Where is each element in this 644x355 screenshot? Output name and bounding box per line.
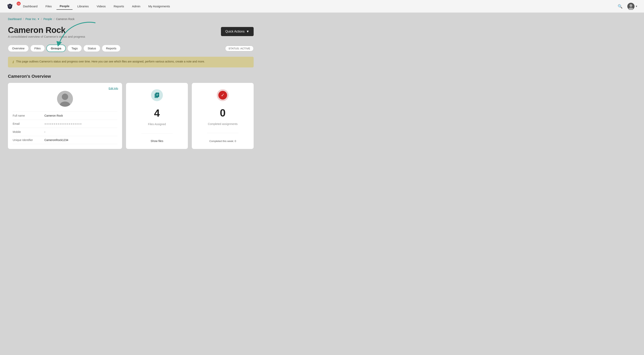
app-logo[interactable] [6, 3, 14, 10]
fullname-value: Cameron Rock [44, 114, 63, 117]
avatar-icon [57, 91, 73, 107]
breadcrumb-sep-3: / [54, 18, 54, 21]
breadcrumb-sep-2: / [41, 18, 42, 21]
breadcrumb-org[interactable]: Pear Inc. ▼ [25, 18, 40, 21]
email-label: Email [13, 122, 44, 125]
stat-divider [141, 133, 172, 134]
nav-right: 🔍 ▼ [616, 3, 638, 10]
tab-files[interactable]: Files [30, 45, 45, 52]
tab-groups[interactable]: Groups [46, 45, 66, 52]
profile-row-email: Email ●●●●●●●●●●●●●●●●●●●● [13, 120, 117, 128]
completed-icon-wrapper: ✓ [217, 89, 229, 101]
email-value: ●●●●●●●●●●●●●●●●●●●● [44, 122, 82, 125]
breadcrumb-org-name: Pear Inc. [25, 18, 36, 21]
nav-videos[interactable]: Videos [94, 3, 109, 10]
copy-icon [154, 92, 160, 98]
avatar-icon [627, 3, 634, 10]
files-assigned-icon [151, 89, 163, 101]
svg-point-11 [62, 94, 68, 100]
profile-row-mobile: Mobile - [13, 128, 117, 136]
logo-wrapper: 11 [6, 3, 20, 10]
tab-tags[interactable]: Tags [67, 45, 82, 52]
files-assigned-card: 4 Files Assigned Show files [126, 83, 188, 149]
unique-id-label: Unique Identifier [13, 138, 44, 142]
fullname-label: Full name [13, 114, 44, 117]
svg-point-1 [8, 4, 12, 8]
page-subtitle: A consolidated overview of Cameron's sta… [8, 35, 85, 38]
overview-section-title: Cameron's Overview [8, 74, 254, 79]
profile-row-unique-id: Unique Identifier CameronRock1234 [13, 136, 117, 144]
overview-cards: Edit Info Full name Cameron Rock Email ●… [8, 83, 254, 149]
svg-point-5 [11, 6, 11, 6]
search-button[interactable]: 🔍 [616, 3, 624, 10]
show-files-link[interactable]: Show files [150, 139, 163, 143]
avatar [627, 3, 634, 10]
nav-people[interactable]: People [56, 3, 72, 10]
page-title: Cameron Rock [8, 25, 85, 35]
breadcrumb-sep-1: / [23, 18, 24, 21]
svg-point-4 [9, 6, 10, 6]
quick-actions-label: Quick Actions [225, 30, 244, 33]
page-title-group: Cameron Rock A consolidated overview of … [8, 25, 85, 43]
chevron-down-icon: ▼ [37, 18, 40, 20]
completed-assignments-card: ✓ 0 Completed assignments Completed this… [192, 83, 254, 149]
nav-admin[interactable]: Admin [129, 3, 144, 10]
notification-badge: 11 [17, 2, 20, 6]
page-header: Cameron Rock A consolidated overview of … [8, 25, 254, 43]
completed-count: 0 [220, 108, 226, 118]
completed-this-week: Completed this week: 0 [209, 140, 236, 143]
stat-divider-2 [207, 133, 238, 133]
tab-reports[interactable]: Reports [102, 45, 121, 52]
info-banner: i This page outlines Cameron's status an… [8, 57, 254, 68]
user-menu-button[interactable]: ▼ [627, 3, 638, 10]
status-badge: STATUS: ACTIVE [225, 46, 254, 51]
files-assigned-count: 4 [154, 108, 160, 118]
nav-files[interactable]: Files [42, 3, 55, 10]
info-banner-text: This page outlines Cameron's status and … [16, 60, 205, 63]
tabs-right: STATUS: ACTIVE [225, 47, 254, 50]
nav-reports[interactable]: Reports [110, 3, 127, 10]
breadcrumb-current: Cameron Rock [56, 18, 74, 21]
mobile-label: Mobile [13, 130, 44, 134]
breadcrumb-people[interactable]: People [44, 18, 52, 21]
chevron-down-icon: ▼ [635, 5, 638, 8]
nav-my-assignments[interactable]: My Assignments [145, 3, 173, 10]
info-icon: i [13, 60, 14, 64]
edit-info-link[interactable]: Edit Info [108, 87, 118, 90]
profile-info-rows: Full name Cameron Rock Email ●●●●●●●●●●●… [13, 112, 117, 144]
nav-libraries[interactable]: Libraries [74, 3, 92, 10]
breadcrumb: Dashboard / Pear Inc. ▼ / People / Camer… [8, 18, 254, 21]
profile-card: Edit Info Full name Cameron Rock Email ●… [8, 83, 122, 149]
quick-actions-button[interactable]: Quick Actions ▼ [221, 27, 254, 36]
chevron-down-icon: ▼ [246, 30, 249, 33]
tabs-row: Overview Files Groups Tags Status Report… [8, 45, 254, 52]
breadcrumb-dashboard[interactable]: Dashboard [8, 18, 22, 21]
top-nav: 11 Dashboard Files People Libraries Vide… [0, 0, 644, 13]
search-icon: 🔍 [618, 4, 622, 9]
unique-id-value: CameronRock1234 [44, 138, 68, 142]
tabs-container: Overview Files Groups Tags Status Report… [8, 45, 254, 52]
files-assigned-label: Files Assigned [148, 123, 166, 126]
svg-point-7 [630, 4, 632, 7]
tab-overview[interactable]: Overview [8, 45, 29, 52]
main-content: Dashboard / Pear Inc. ▼ / People / Camer… [0, 13, 262, 154]
tab-status[interactable]: Status [84, 45, 100, 52]
completed-label: Completed assignments [208, 122, 238, 126]
profile-row-fullname: Full name Cameron Rock [13, 112, 117, 120]
mobile-value: - [44, 130, 46, 134]
checkmark-icon: ✓ [218, 91, 227, 100]
nav-dashboard[interactable]: Dashboard [20, 3, 40, 10]
profile-avatar [57, 91, 73, 107]
nav-links: Dashboard Files People Libraries Videos … [20, 3, 616, 10]
